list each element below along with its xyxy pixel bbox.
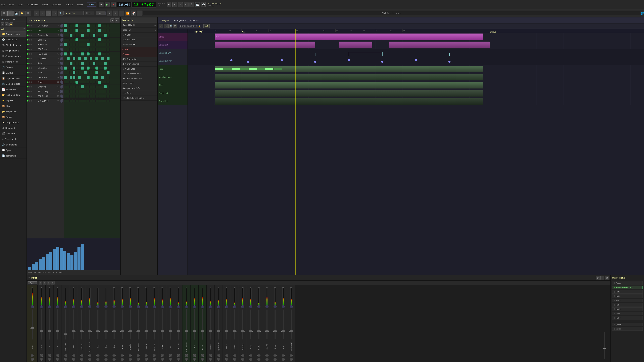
mixer-send-knob-2[interactable] bbox=[31, 358, 34, 361]
channel-led[interactable] bbox=[29, 77, 30, 78]
beat-step[interactable] bbox=[90, 90, 92, 93]
mixer-send-knob-2[interactable] bbox=[88, 358, 92, 361]
mixer-channel[interactable]: 27String bbox=[247, 285, 255, 362]
fader-handle-right[interactable] bbox=[603, 348, 606, 349]
mixer-send-knob-1[interactable] bbox=[274, 354, 276, 357]
channel-led[interactable] bbox=[27, 81, 28, 83]
fx-slot-hat6[interactable]: Hat 6 bbox=[612, 312, 643, 316]
channel-led[interactable] bbox=[29, 72, 30, 73]
beat-step[interactable] bbox=[70, 38, 72, 41]
mixer-send-knob-1[interactable] bbox=[80, 354, 83, 357]
beat-step[interactable] bbox=[81, 48, 84, 51]
menu-tools[interactable]: TOOLS bbox=[65, 3, 74, 6]
beat-step[interactable] bbox=[81, 85, 84, 88]
beat-step[interactable] bbox=[98, 85, 101, 88]
mixer-channel[interactable]: 6Noise Hat bbox=[78, 285, 86, 362]
beat-step[interactable] bbox=[70, 81, 72, 84]
beat-step[interactable] bbox=[84, 81, 87, 84]
beat-step[interactable] bbox=[107, 57, 110, 60]
beat-step[interactable] bbox=[70, 66, 72, 69]
mixer-fader-handle[interactable] bbox=[120, 331, 124, 332]
beat-step[interactable] bbox=[107, 52, 110, 55]
beat-step[interactable] bbox=[104, 48, 107, 51]
beat-step[interactable] bbox=[84, 71, 87, 74]
beat-step[interactable] bbox=[98, 99, 101, 102]
beat-step[interactable] bbox=[96, 66, 98, 69]
beat-step[interactable] bbox=[92, 52, 95, 55]
mixer-pan-knob[interactable] bbox=[129, 305, 132, 308]
beat-step[interactable] bbox=[81, 71, 84, 74]
mixer-channel[interactable]: 32Reverb Send bbox=[287, 285, 295, 362]
mixer-tool2[interactable]: ⊞ bbox=[43, 281, 46, 285]
beat-step[interactable] bbox=[98, 29, 101, 32]
beat-step[interactable] bbox=[72, 38, 75, 41]
browser-toggle[interactable]: 📁 bbox=[20, 10, 25, 16]
beat-step[interactable] bbox=[104, 95, 107, 98]
send-slot-1[interactable]: (none) bbox=[612, 323, 643, 326]
beat-step[interactable] bbox=[101, 52, 104, 55]
beat-step[interactable] bbox=[84, 62, 87, 65]
beat-step[interactable] bbox=[92, 66, 95, 69]
mixer-pan-knob[interactable] bbox=[177, 305, 180, 308]
sidebar-item-il-shared-data[interactable]: 📂 IL shared data bbox=[0, 92, 26, 98]
menu-edit[interactable]: EDIT bbox=[8, 3, 15, 6]
mixer-send-knob-2[interactable] bbox=[282, 358, 284, 361]
mixer-send-knob-2[interactable] bbox=[56, 358, 59, 361]
mixer-channel[interactable]: 15Attack Clap bbox=[150, 285, 158, 362]
beat-step[interactable] bbox=[67, 29, 70, 32]
beat-step[interactable] bbox=[78, 66, 81, 69]
beat-step[interactable] bbox=[104, 99, 107, 102]
beat-step[interactable] bbox=[92, 38, 95, 41]
beat-step[interactable] bbox=[70, 34, 72, 37]
current-instrument[interactable]: Vocal Dist bbox=[64, 11, 84, 15]
beat-step[interactable] bbox=[96, 34, 98, 37]
beat-step[interactable] bbox=[101, 29, 104, 32]
track-label-vocal-dist-pan[interactable]: Vocal Dist Pan bbox=[158, 57, 188, 65]
beat-step[interactable] bbox=[104, 85, 107, 88]
mixer-fader-handle[interactable] bbox=[282, 331, 285, 332]
channel-led[interactable] bbox=[29, 91, 30, 92]
beat-step[interactable] bbox=[98, 24, 101, 27]
beat-step[interactable] bbox=[84, 90, 87, 93]
mixer-channel[interactable]: 5Clap bbox=[70, 285, 78, 362]
mixer-send-knob-1[interactable] bbox=[72, 354, 75, 357]
beat-step[interactable] bbox=[92, 43, 95, 46]
beat-step[interactable] bbox=[84, 43, 87, 46]
sidebar-item-templates[interactable]: 📄 Templates bbox=[0, 153, 26, 159]
down-arrow-button[interactable]: ↓ bbox=[137, 10, 142, 16]
channel-led[interactable] bbox=[27, 39, 28, 40]
mixer-channel[interactable]: 12Best Clap bbox=[126, 285, 134, 362]
mixer-send-knob-2[interactable] bbox=[112, 358, 116, 361]
piano-button[interactable]: 🎹 bbox=[195, 2, 200, 7]
channel-volume-knob[interactable] bbox=[60, 48, 64, 51]
beat-step[interactable] bbox=[67, 34, 70, 37]
pl-snap-icon[interactable]: ⊡ bbox=[173, 24, 177, 28]
mixer-send-knob-1[interactable] bbox=[266, 354, 268, 357]
channel-led[interactable] bbox=[27, 44, 28, 45]
beat-step[interactable] bbox=[101, 38, 104, 41]
beat-step[interactable] bbox=[81, 62, 84, 65]
pl-tool2[interactable]: ✂ bbox=[164, 24, 168, 28]
beat-step[interactable] bbox=[98, 66, 101, 69]
channel-volume-knob[interactable] bbox=[60, 94, 64, 98]
beat-step[interactable] bbox=[67, 62, 70, 65]
beat-step[interactable] bbox=[67, 48, 70, 51]
beat-step[interactable] bbox=[76, 71, 78, 74]
sidebar-item-plugin-database[interactable]: 🔌 Plugin database bbox=[0, 42, 26, 48]
mixer-pan-knob[interactable] bbox=[112, 305, 116, 308]
beat-step[interactable] bbox=[70, 52, 72, 55]
beat-step[interactable] bbox=[87, 81, 90, 84]
channel-row[interactable]: Kick2 bbox=[27, 28, 64, 33]
channel-row[interactable]: SFX Disto41 bbox=[27, 47, 64, 52]
beat-step[interactable] bbox=[104, 62, 107, 65]
mixer-pan-knob[interactable] bbox=[290, 305, 293, 308]
beat-step[interactable] bbox=[67, 66, 70, 69]
beat-step[interactable] bbox=[64, 62, 67, 65]
beat-step[interactable] bbox=[98, 48, 101, 51]
mixer-pan-knob[interactable] bbox=[209, 305, 212, 308]
beat-step[interactable] bbox=[96, 85, 98, 88]
beat-step[interactable] bbox=[104, 57, 107, 60]
channel-row[interactable]: SFX C..y #238 bbox=[27, 94, 64, 98]
channel-volume-knob[interactable] bbox=[60, 85, 64, 88]
beat-step[interactable] bbox=[107, 95, 110, 98]
